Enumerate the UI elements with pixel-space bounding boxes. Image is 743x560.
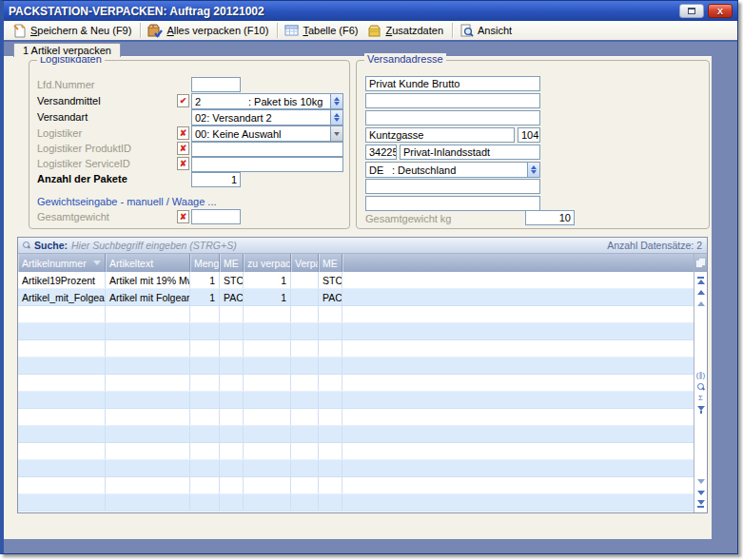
save-new-label: Speichern & Neu (F9): [30, 25, 131, 36]
copy-icon: [696, 259, 705, 267]
logistiker-clear-button[interactable]: ✘: [177, 126, 189, 140]
content-sheet: Logistikdaten Lfd.Nummer Versandmittel ✔…: [4, 56, 712, 539]
column-header-menge[interactable]: Menge: [190, 254, 220, 272]
cell-zu-verpacken: 1: [244, 289, 291, 305]
versandadresse-group-title: Versandadresse: [364, 53, 446, 65]
gewichtseingabe-link[interactable]: Gewichtseingabe - manuell / Waage ...: [37, 196, 217, 207]
gesamtgewicht-field[interactable]: [191, 209, 241, 224]
row-up-button[interactable]: [697, 286, 705, 298]
dropdown-spinner-icon[interactable]: [330, 94, 342, 108]
table-button[interactable]: Tabelle (F6): [281, 23, 363, 38]
scroll-down-button[interactable]: [697, 475, 705, 487]
scroll-top-button[interactable]: [697, 275, 705, 286]
table-row[interactable]: Artikel19Prozent Artikel mit 19% MwSt. 1…: [18, 272, 694, 289]
address-extra2-field[interactable]: [365, 196, 540, 211]
group-panel-button[interactable]: (∥): [696, 370, 705, 381]
address-name-field[interactable]: Privat Kunde Brutto: [365, 76, 540, 91]
address-name3-field[interactable]: [365, 110, 540, 126]
versandmittel-label: Versandmittel: [37, 95, 101, 106]
cell-me: STCK: [220, 272, 244, 288]
tab-artikel-verpacken[interactable]: 1 Artikel verpacken: [13, 43, 121, 57]
cell-artikelnummer: Artikel_mit_Folgeartikel: [18, 289, 106, 305]
empty-row: [18, 375, 694, 392]
country-select[interactable]: DE: Deutschland: [365, 162, 540, 178]
ansicht-label: Ansicht: [478, 25, 512, 36]
produktid-label: Logistiker ProduktID: [37, 143, 131, 154]
x-icon: ✘: [180, 212, 187, 222]
logistiker-select[interactable]: 00: Keine Auswahl: [191, 126, 343, 142]
versandart-select[interactable]: 02: Versandart 2: [191, 109, 343, 126]
serviceid-field[interactable]: [191, 157, 343, 172]
versandmittel-check-button[interactable]: ✔: [177, 94, 189, 107]
row-down-button[interactable]: [697, 487, 705, 498]
column-header-artikeltext[interactable]: Artikeltext: [106, 254, 190, 272]
total-weight-field[interactable]: 10: [525, 210, 575, 225]
sort-descending-icon: [93, 261, 101, 265]
check-icon: ✔: [180, 96, 187, 106]
close-button[interactable]: X: [708, 4, 733, 18]
table-row[interactable]: Artikel_mit_Folgeartikel Artikel mit Fol…: [18, 289, 694, 306]
sum-button[interactable]: Σ: [698, 393, 703, 404]
record-count: Anzahl Datensätze: 2: [607, 240, 702, 251]
column-header-me[interactable]: ME: [220, 254, 244, 272]
grid-search-bar[interactable]: Suche: Hier Suchbegriff eingeben (STRG+S…: [18, 238, 707, 254]
cell-verpackt: [291, 289, 319, 305]
x-icon: ✘: [180, 144, 187, 153]
toolbar: Speichern & Neu (F9) Alles verpacken (F1…: [4, 21, 737, 42]
dropdown-spinner-icon[interactable]: [527, 163, 539, 177]
serviceid-clear-button[interactable]: ✘: [177, 157, 189, 170]
versandart-label: Versandart: [37, 111, 88, 123]
address-name2-field[interactable]: [365, 93, 540, 108]
restore-button[interactable]: [679, 4, 704, 18]
column-header-zu-verpacken[interactable]: zu verpacke: [244, 254, 291, 272]
column-header-filler: [342, 254, 694, 272]
filter-button[interactable]: [697, 404, 705, 415]
empty-row: [18, 409, 694, 426]
pack-all-label: Alles verpacken (F10): [166, 25, 268, 36]
column-header-verpackt[interactable]: Verpackt: [291, 254, 319, 272]
toolbar-separator: [452, 23, 453, 38]
app-window: PACKSTATION-VERPACKEN: Auftrag 20121002 …: [0, 0, 738, 554]
dropdown-spinner-icon[interactable]: [330, 110, 342, 125]
street-field[interactable]: Kuntzgasse: [365, 127, 515, 143]
lfd-nummer-field[interactable]: [191, 77, 241, 92]
house-number-field[interactable]: 104: [518, 127, 540, 143]
empty-row: [18, 392, 694, 409]
dropdown-arrow-icon[interactable]: [330, 126, 342, 141]
sum-icon: Σ: [698, 395, 703, 402]
save-new-button[interactable]: Speichern & Neu (F9): [9, 23, 137, 39]
search-input[interactable]: Hier Suchbegriff eingeben (STRG+S): [71, 240, 603, 251]
produktid-clear-button[interactable]: ✘: [177, 142, 189, 155]
serviceid-label: Logistiker ServiceID: [37, 158, 130, 169]
produktid-field[interactable]: [191, 142, 343, 157]
versandmittel-text: : Paket bis 10kg: [248, 96, 323, 107]
zusatzdaten-button[interactable]: Zusatzdaten: [363, 23, 449, 39]
city-field[interactable]: Privat-Inlandsstadt: [400, 145, 540, 160]
gesamtgewicht-clear-button[interactable]: ✘: [177, 210, 189, 223]
pakete-field[interactable]: 1: [191, 172, 241, 187]
scroll-bottom-button[interactable]: [697, 498, 705, 510]
zusatzdaten-label: Zusatzdaten: [385, 25, 443, 36]
versandmittel-select[interactable]: 2: Paket bis 10kg: [191, 93, 343, 109]
empty-row: [18, 494, 694, 512]
pack-all-button[interactable]: Alles verpacken (F10): [144, 23, 274, 39]
cell-me2: STCK: [319, 272, 342, 288]
grid-nav-strip: (∥) Σ: [694, 254, 707, 512]
ansicht-button[interactable]: Ansicht: [456, 23, 518, 39]
address-extra1-field[interactable]: [365, 179, 540, 194]
column-header-me2[interactable]: ME: [319, 254, 342, 272]
search-rows-button[interactable]: [697, 381, 705, 393]
cell-me: PACK: [220, 289, 244, 305]
nav-strip-header[interactable]: [694, 254, 707, 272]
toolbar-separator: [277, 23, 278, 38]
country-code: DE: [369, 164, 392, 176]
versandmittel-code: 2: [195, 96, 248, 107]
column-header-artikelnummer[interactable]: Artikelnummer: [18, 254, 106, 272]
zip-field[interactable]: 34225: [365, 145, 397, 160]
cell-me2: PACK: [319, 289, 342, 305]
package-check-icon: [147, 24, 163, 38]
scroll-up-button[interactable]: [697, 298, 705, 309]
search-label: Suche:: [34, 240, 68, 251]
versandadresse-group: Versandadresse Privat Kunde Brutto Kuntz…: [356, 60, 710, 229]
extra-data-box-icon: [367, 24, 381, 38]
